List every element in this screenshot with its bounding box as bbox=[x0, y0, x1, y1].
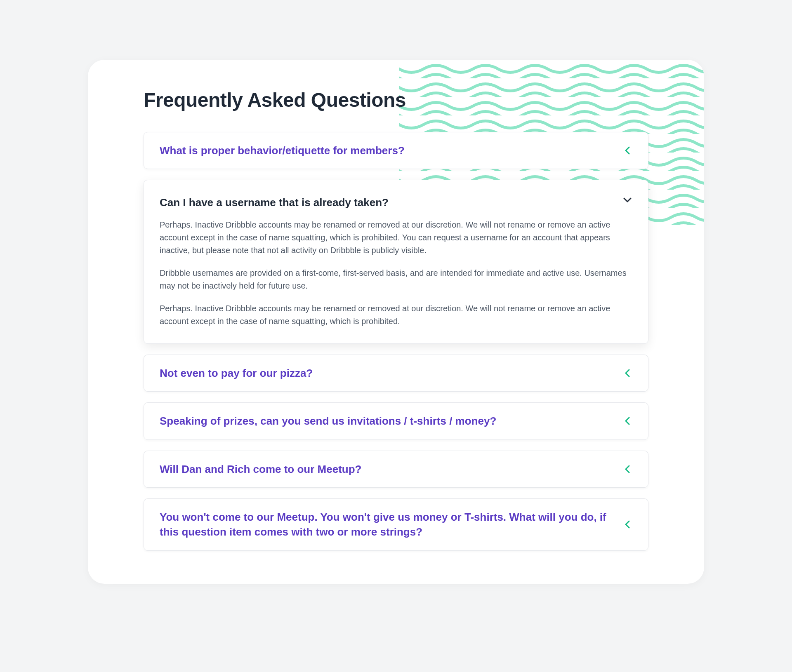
faq-question: Speaking of prizes, can you send us invi… bbox=[160, 414, 504, 428]
faq-question: Can I have a username that is already ta… bbox=[160, 195, 397, 210]
chevron-left-icon bbox=[622, 368, 632, 378]
chevron-left-icon bbox=[622, 464, 632, 474]
faq-item: You won't come to our Meetup. You won't … bbox=[144, 498, 648, 551]
faq-toggle[interactable]: What is proper behavior/etiquette for me… bbox=[144, 132, 648, 169]
faq-answer-paragraph: Perhaps. Inactive Dribbble accounts may … bbox=[160, 219, 632, 257]
faq-question: Not even to pay for our pizza? bbox=[160, 366, 321, 381]
faq-question: You won't come to our Meetup. You won't … bbox=[160, 510, 622, 540]
faq-item: What is proper behavior/etiquette for me… bbox=[144, 132, 648, 169]
faq-card: Frequently Asked Questions What is prope… bbox=[88, 60, 704, 584]
faq-item: Will Dan and Rich come to our Meetup? bbox=[144, 451, 648, 488]
faq-question: Will Dan and Rich come to our Meetup? bbox=[160, 462, 370, 477]
faq-toggle[interactable]: Not even to pay for our pizza? bbox=[144, 355, 648, 391]
content-area: Frequently Asked Questions What is prope… bbox=[88, 60, 704, 584]
faq-item: Speaking of prizes, can you send us invi… bbox=[144, 402, 648, 439]
faq-toggle[interactable]: Can I have a username that is already ta… bbox=[144, 180, 648, 218]
faq-toggle[interactable]: Will Dan and Rich come to our Meetup? bbox=[144, 451, 648, 487]
chevron-left-icon bbox=[622, 519, 632, 529]
chevron-down-icon bbox=[622, 195, 632, 205]
faq-answer: Perhaps. Inactive Dribbble accounts may … bbox=[144, 219, 648, 343]
faq-item: Not even to pay for our pizza? bbox=[144, 355, 648, 392]
faq-answer-paragraph: Dribbble usernames are provided on a fir… bbox=[160, 267, 632, 292]
faq-list: What is proper behavior/etiquette for me… bbox=[144, 132, 648, 551]
faq-item: Can I have a username that is already ta… bbox=[144, 180, 648, 343]
faq-toggle[interactable]: Speaking of prizes, can you send us invi… bbox=[144, 403, 648, 439]
page-title: Frequently Asked Questions bbox=[144, 89, 648, 111]
chevron-left-icon bbox=[622, 416, 632, 426]
faq-toggle[interactable]: You won't come to our Meetup. You won't … bbox=[144, 499, 648, 550]
chevron-left-icon bbox=[622, 146, 632, 155]
faq-answer-paragraph: Perhaps. Inactive Dribbble accounts may … bbox=[160, 302, 632, 328]
faq-question: What is proper behavior/etiquette for me… bbox=[160, 143, 413, 158]
